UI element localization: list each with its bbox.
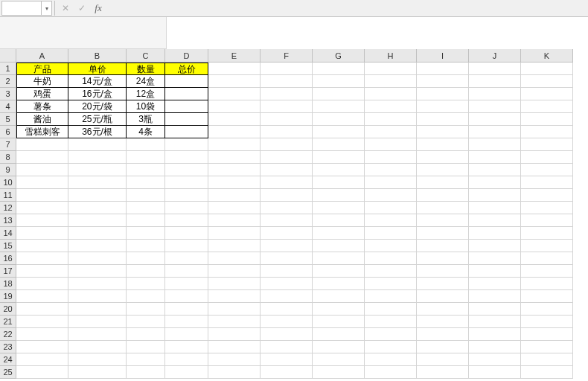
cell[interactable] [127,303,165,316]
cell[interactable] [365,126,417,138]
cell[interactable] [165,151,208,164]
row-header[interactable]: 21 [0,316,16,328]
cell[interactable] [417,63,469,75]
cell[interactable] [365,113,417,126]
cell[interactable] [365,328,417,341]
cell[interactable] [313,113,365,126]
cell[interactable] [469,265,521,278]
cell[interactable] [417,189,469,202]
cell[interactable] [127,290,165,303]
cell[interactable] [521,303,573,316]
cell[interactable] [365,202,417,214]
cell[interactable] [469,290,521,303]
cell[interactable] [521,252,573,265]
cell[interactable] [208,227,261,240]
cell[interactable] [261,100,313,113]
cell[interactable] [313,252,365,265]
cell[interactable] [165,164,208,176]
cell[interactable] [469,252,521,265]
row-header[interactable]: 11 [0,189,16,202]
cell[interactable] [313,353,365,366]
cell[interactable] [469,341,521,353]
cell[interactable] [261,202,313,214]
cell[interactable] [521,353,573,366]
cell[interactable] [521,88,573,100]
cell[interactable] [261,290,313,303]
cell[interactable] [208,278,261,290]
cell[interactable] [68,278,127,290]
cell[interactable] [208,88,261,100]
cell[interactable] [68,176,127,189]
cell[interactable] [16,353,68,366]
cell[interactable] [417,126,469,138]
cell[interactable] [16,290,68,303]
col-header-G[interactable]: G [313,49,365,63]
cell[interactable] [365,227,417,240]
cell[interactable] [365,366,417,379]
cell[interactable] [261,189,313,202]
cell[interactable] [16,265,68,278]
cell[interactable] [208,353,261,366]
cell[interactable] [313,63,365,75]
cell[interactable] [521,189,573,202]
cell[interactable] [68,202,127,214]
cell[interactable] [16,214,68,227]
cell[interactable] [16,303,68,316]
cell[interactable] [165,113,208,126]
cell[interactable]: 4条 [127,126,165,138]
cell[interactable] [521,290,573,303]
cell[interactable] [165,278,208,290]
cell[interactable] [365,240,417,252]
cell[interactable] [208,265,261,278]
name-box[interactable] [1,1,42,16]
cell[interactable] [469,328,521,341]
cell[interactable] [16,189,68,202]
cell[interactable] [365,303,417,316]
cell[interactable] [417,113,469,126]
cell[interactable]: 鸡蛋 [16,88,68,100]
cell[interactable] [417,202,469,214]
cell[interactable] [521,265,573,278]
cell[interactable] [521,138,573,151]
cell[interactable] [16,240,68,252]
row-header[interactable]: 9 [0,164,16,176]
cell[interactable] [208,316,261,328]
cell[interactable] [417,240,469,252]
cell[interactable] [313,290,365,303]
cell[interactable] [68,328,127,341]
cell[interactable] [313,240,365,252]
cell[interactable] [521,63,573,75]
cell[interactable] [127,189,165,202]
cell[interactable] [469,151,521,164]
cell[interactable] [16,341,68,353]
cell[interactable] [521,316,573,328]
cell[interactable]: 雪糕刺客 [16,126,68,138]
row-header[interactable]: 15 [0,240,16,252]
cell[interactable] [365,341,417,353]
cell[interactable] [469,164,521,176]
cell[interactable] [365,214,417,227]
cell[interactable] [165,353,208,366]
cell[interactable]: 25元/瓶 [68,113,127,126]
cell[interactable] [208,202,261,214]
cell[interactable] [365,265,417,278]
row-header[interactable]: 14 [0,227,16,240]
row-header[interactable]: 12 [0,202,16,214]
cell[interactable] [68,240,127,252]
col-header-K[interactable]: K [521,49,573,63]
cell[interactable] [417,290,469,303]
cell[interactable] [16,227,68,240]
cell[interactable] [417,138,469,151]
cell[interactable] [365,138,417,151]
cell[interactable] [261,75,313,88]
cell[interactable] [208,75,261,88]
cell[interactable]: 数量 [127,63,165,75]
name-box-dropdown[interactable]: ▾ [42,1,52,16]
cell[interactable] [127,176,165,189]
cell[interactable] [469,138,521,151]
cell[interactable] [127,164,165,176]
cell[interactable] [365,164,417,176]
cell[interactable] [469,353,521,366]
cell[interactable] [208,341,261,353]
cell[interactable] [365,100,417,113]
